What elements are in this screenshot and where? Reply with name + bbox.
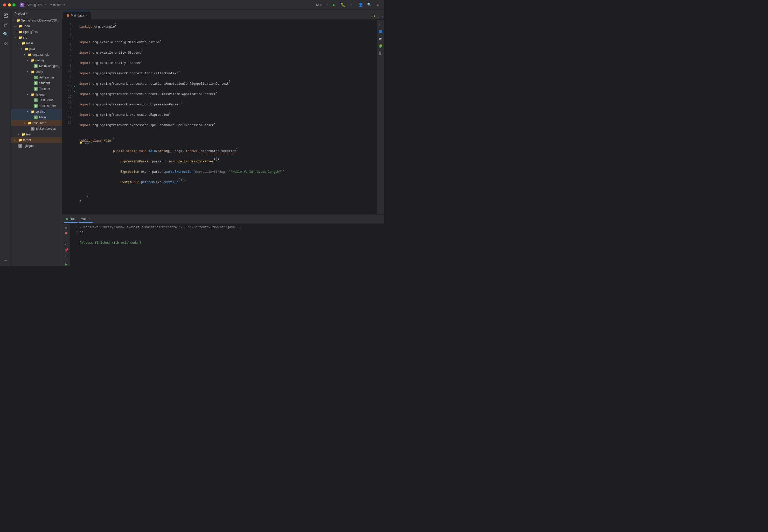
code-editor[interactable]: 1 2 3 4 5 6 7 8 9 10 11 12 13 14 — [62, 20, 377, 214]
expand-icon[interactable]: ⋮ — [376, 14, 380, 18]
tree-item-test[interactable]: ▸ 📁 test — [11, 132, 62, 137]
database-icon[interactable]: 🗄 — [378, 51, 383, 56]
tree-item-springtest-folder[interactable]: ▸ 📁 SpringTest — [11, 29, 62, 35]
tree-arrow: ▾ — [18, 42, 21, 45]
structure-icon[interactable] — [2, 39, 10, 48]
settings-button[interactable]: ⚙ — [375, 2, 381, 8]
tree-item-test-listener[interactable]: C TestListener — [11, 103, 62, 109]
account-icon[interactable]: 👤 — [358, 2, 363, 8]
autocomplete-hint: 💡 new * — [79, 141, 92, 146]
bottom-tab-main-label: Main — [81, 217, 87, 221]
explorer-icon[interactable] — [2, 11, 10, 20]
more-icon[interactable]: ⋯ — [63, 254, 69, 258]
tree-label: resources — [32, 121, 61, 125]
collapse-icon[interactable]: ▴ — [381, 14, 383, 18]
tab-main-java[interactable]: Main.java ✕ — [63, 11, 91, 19]
maven-icon[interactable]: m — [378, 36, 383, 41]
run-line-13[interactable]: ▶ — [74, 84, 78, 89]
folder-icon: 📁 — [31, 59, 35, 62]
pin-icon[interactable]: 📌 — [63, 248, 69, 252]
console-line-3 — [73, 235, 382, 240]
tree-item-test-properties[interactable]: P test.properties — [11, 126, 62, 132]
run-config-name[interactable]: Main — [316, 3, 323, 7]
bookmarks-icon[interactable]: ☰ — [378, 22, 383, 27]
tree-arrow: ▾ — [27, 110, 30, 113]
search-button[interactable]: 🔍 — [366, 2, 372, 8]
settings-icon[interactable]: ⚙ — [63, 242, 69, 247]
tree-item-gitignore[interactable]: I .gitignore — [11, 143, 62, 149]
close-button[interactable] — [3, 3, 6, 6]
bottom-tab-run[interactable]: ▶ Run — [64, 215, 77, 223]
play-icon[interactable]: ▶ — [63, 262, 69, 266]
tree-item-student[interactable]: C Student — [11, 80, 62, 86]
rerun-icon[interactable]: ↺ — [63, 225, 69, 230]
run-line-14[interactable]: ▶ — [74, 89, 78, 94]
console-line-2: 2 11 — [73, 230, 382, 235]
tree-item-main-config[interactable]: C MainConfiguration — [11, 63, 62, 69]
tab-close-icon[interactable]: ✕ — [85, 14, 88, 17]
tree-arrow: ▾ — [27, 93, 30, 96]
console-text-1: /Users/eve/Library/Java/JavaVirtualMachi… — [80, 225, 243, 230]
tree-item-main[interactable]: ▾ 📁 main — [11, 40, 62, 46]
maximize-button[interactable] — [12, 3, 16, 6]
scroll-to-end-icon[interactable]: ↓ — [63, 237, 69, 241]
stop-icon[interactable]: ■ — [63, 231, 69, 235]
project-chevron-icon: ▾ — [44, 3, 46, 6]
tree-item-target[interactable]: ▸ 📁 target — [11, 137, 62, 143]
branch-selector[interactable]: ⑂ master ▾ — [50, 3, 65, 7]
run-button[interactable]: ▶ — [331, 2, 337, 8]
more-tools-icon[interactable]: ⋯ — [2, 256, 10, 264]
find-icon[interactable]: 🔍 — [2, 30, 10, 38]
title-bar-center: ST SpringTest ▾ ⑂ master ▾ — [20, 3, 65, 7]
tree-item-service[interactable]: ▾ 📁 service — [11, 109, 62, 114]
tree-label: main — [26, 41, 61, 45]
vcs-icon[interactable] — [2, 21, 10, 29]
code-line-6: import org.springframework.context.Appli… — [78, 68, 375, 79]
bottom-panel: ▶ Run Main ✕ ↺ ■ ↓ ⚙ 📌 ⋯ — [62, 214, 384, 266]
code-content[interactable]: package org.example; import org.example.… — [78, 20, 377, 214]
sidebar-tree: ▾ 📁 SpringTest ~/Desktop/CS/JavaEE/2 Jav… — [11, 18, 62, 266]
tree-label: Student — [39, 81, 61, 85]
minimize-button[interactable] — [8, 3, 11, 6]
tree-item-art-teacher[interactable]: C ArtTeacher — [11, 75, 62, 80]
code-line-8: import org.springframework.context.suppo… — [78, 89, 375, 99]
tree-item-resources[interactable]: ▾ 📁 resources — [11, 120, 62, 126]
tab-bar-right: ⚠ 7 ⋮ ▴ — [371, 14, 383, 19]
debug-button[interactable]: 🐛 — [340, 2, 346, 8]
notifications-icon[interactable]: 🔵 — [378, 29, 383, 34]
bottom-tab-close-icon[interactable]: ✕ — [88, 217, 90, 220]
tree-item-main-java[interactable]: C Main — [11, 114, 62, 120]
keyword: package — [79, 24, 92, 30]
tree-item-entity[interactable]: ▾ 📁 entity — [11, 69, 62, 75]
spring-file-icon: C — [34, 81, 38, 85]
code-line-9: import org.springframework.expression.Ex… — [78, 99, 375, 110]
code-line-10: import org.springframework.expression.Ex… — [78, 110, 375, 120]
tree-item-config[interactable]: ▾ 📁 config — [11, 57, 62, 63]
more-button[interactable]: ⋯ — [349, 2, 354, 8]
lightbulb-icon: 💡 — [79, 141, 82, 146]
main-layout: 🔍 ⋯ Project ▾ ▾ 📁 SpringTest ~/Desktop/C… — [0, 10, 384, 266]
bottom-tab-main[interactable]: Main ✕ — [78, 215, 92, 223]
tree-item-test-event[interactable]: C TestEvent — [11, 97, 62, 103]
traffic-lights — [3, 3, 16, 6]
tree-item-teacher[interactable]: C Teacher — [11, 86, 62, 92]
console-area[interactable]: 1 /Users/eve/Library/Java/JavaVirtualMac… — [70, 224, 384, 266]
project-name[interactable]: SpringTest — [26, 3, 42, 7]
folder-icon: 📁 — [18, 30, 22, 34]
folder-icon: 📁 — [28, 53, 32, 56]
tree-item-listener[interactable]: ▾ 📁 listener — [11, 92, 62, 97]
tree-arrow: ▸ — [15, 31, 18, 33]
props-file-icon: P — [31, 127, 34, 131]
run-button-line14[interactable]: ▶ — [74, 90, 75, 93]
tree-item-springtest-root[interactable]: ▾ 📁 SpringTest ~/Desktop/CS/JavaEE/2 Jav… — [11, 18, 62, 23]
tree-item-src[interactable]: ▾ 📁 src — [11, 35, 62, 40]
plugins-icon[interactable]: 🧩 — [378, 44, 383, 49]
tree-label: .gitignore — [24, 144, 61, 148]
run-tab-icon: ▶ — [66, 217, 69, 221]
tree-item-java[interactable]: ▾ 📁 java — [11, 46, 62, 52]
tree-label: Teacher — [39, 87, 61, 91]
tree-item-idea[interactable]: ▸ 📁 .idea — [11, 23, 62, 29]
tree-item-org-example[interactable]: ▾ 📁 org.example — [11, 52, 62, 57]
svg-rect-1 — [6, 14, 8, 15]
run-button-line13[interactable]: ▶ — [74, 85, 75, 88]
